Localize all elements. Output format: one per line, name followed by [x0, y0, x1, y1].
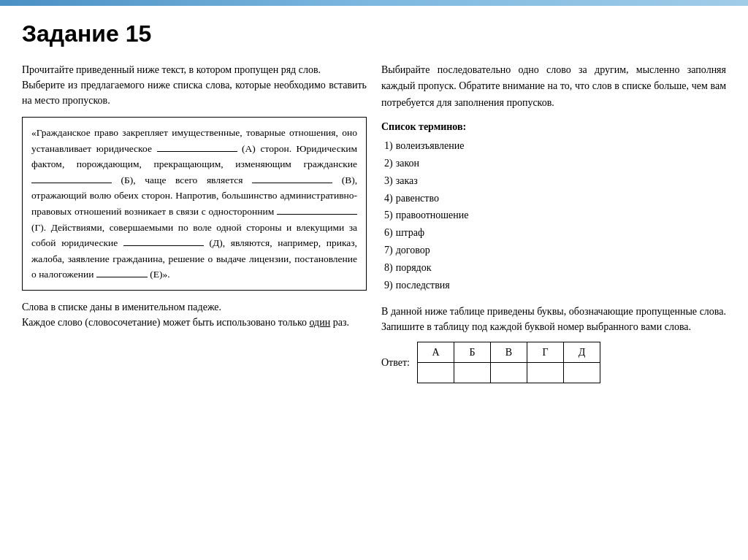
blank-e — [123, 236, 204, 246]
right-intro: Выбирайте последовательно одно слово за … — [381, 62, 726, 111]
list-item: 1)волеизъявление — [384, 137, 726, 155]
table-instructions: В данной ниже таблице приведены буквы, о… — [381, 304, 726, 334]
term-word-6: штраф — [396, 224, 424, 242]
footer-note-2: Каждое слово (словосочетание) может быть… — [22, 317, 307, 328]
col-header-g: Г — [527, 342, 563, 363]
term-word-9: последствия — [396, 277, 450, 294]
col-header-b: Б — [454, 342, 490, 363]
blank-b — [31, 173, 112, 183]
blank-a — [157, 142, 237, 152]
main-text-box: «Гражданское право закрепляет имуществен… — [22, 117, 367, 291]
list-item: 4)равенство — [384, 190, 726, 207]
term-word-8: порядок — [396, 259, 432, 277]
answer-cell-b[interactable] — [454, 363, 490, 383]
list-item: 7)договор — [384, 242, 726, 259]
term-num-4: 4) — [384, 190, 393, 207]
content-layout: Прочитайте приведенный ниже текст, в кот… — [22, 62, 726, 383]
answer-cell-d[interactable] — [563, 363, 600, 383]
term-num-3: 3) — [384, 172, 393, 190]
col-header-v: В — [490, 342, 527, 363]
list-item: 9)последствия — [384, 277, 726, 294]
term-word-7: договор — [396, 242, 430, 259]
answer-cell-g[interactable] — [527, 363, 563, 383]
footer-note: Слова в списке даны в именительном падеж… — [22, 299, 367, 330]
blank-c — [252, 173, 332, 183]
answer-cell-a[interactable] — [417, 363, 454, 383]
term-word-3: заказ — [396, 172, 418, 190]
term-num-2: 2) — [384, 155, 393, 172]
list-item: 8)порядок — [384, 259, 726, 277]
footer-note-3: раз. — [333, 317, 349, 328]
col-header-a: А — [417, 342, 454, 363]
term-num-5: 5) — [384, 207, 393, 224]
footer-note-1: Слова в списке даны в именительном падеж… — [22, 302, 221, 312]
term-word-4: равенство — [396, 190, 439, 207]
right-column: Выбирайте последовательно одно слово за … — [381, 62, 726, 383]
footer-note-underline: один — [310, 317, 331, 328]
term-num-8: 8) — [384, 259, 393, 277]
list-item: 2)закон — [384, 155, 726, 172]
list-item: 5)правоотношение — [384, 207, 726, 224]
term-num-1: 1) — [384, 137, 393, 155]
term-num-7: 7) — [384, 242, 393, 259]
term-word-5: правоотношение — [396, 207, 469, 224]
answer-table-container: Ответ: А Б В Г Д — [381, 342, 726, 383]
text-part-1: «Гражданское право закрепляет имуществен… — [31, 127, 357, 280]
blank-d — [277, 204, 357, 215]
left-intro: Прочитайте приведенный ниже текст, в кот… — [22, 62, 367, 108]
answer-label: Ответ: — [381, 357, 410, 369]
list-item: 6)штраф — [384, 224, 726, 242]
answer-table: А Б В Г Д — [417, 342, 600, 383]
left-column: Прочитайте приведенный ниже текст, в кот… — [22, 62, 367, 383]
term-word-2: закон — [396, 155, 419, 172]
list-item: 3)заказ — [384, 172, 726, 190]
term-word-1: волеизъявление — [396, 137, 465, 155]
top-bar — [0, 0, 748, 6]
page-title: Задание 15 — [22, 20, 726, 47]
terms-list: 1)волеизъявление 2)закон 3)заказ 4)равен… — [381, 137, 726, 294]
term-num-6: 6) — [384, 224, 393, 242]
blank-f — [96, 267, 148, 277]
page-container: Задание 15 Прочитайте приведенный ниже т… — [0, 6, 748, 398]
col-header-d: Д — [563, 342, 600, 363]
answer-cell-v[interactable] — [490, 363, 527, 383]
term-num-9: 9) — [384, 277, 393, 294]
terms-list-title: Список терминов: — [381, 121, 726, 133]
